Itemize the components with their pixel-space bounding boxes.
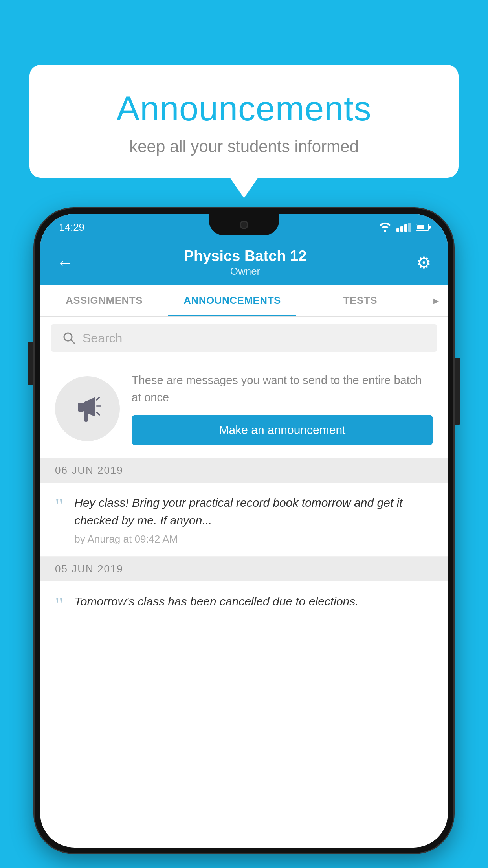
- search-placeholder: Search: [83, 331, 122, 346]
- tab-announcements[interactable]: ANNOUNCEMENTS: [168, 285, 296, 316]
- tabs-container: ASSIGNMENTS ANNOUNCEMENTS TESTS ▸: [40, 285, 448, 317]
- gear-icon[interactable]: ⚙: [416, 253, 431, 272]
- phone-wrapper: 14:29: [35, 208, 453, 868]
- megaphone-icon: [70, 391, 105, 427]
- tab-tests[interactable]: TESTS: [296, 285, 424, 316]
- svg-line-5: [97, 412, 99, 415]
- status-icons: [378, 222, 429, 232]
- camera-dot: [240, 221, 248, 229]
- announcement-item-1[interactable]: " Hey class! Bring your practical record…: [40, 483, 448, 557]
- date-separator-2: 05 JUN 2019: [40, 557, 448, 581]
- header-title: Physics Batch 12: [74, 248, 416, 265]
- search-bar[interactable]: Search: [51, 324, 437, 352]
- promo-card: These are messages you want to send to t…: [40, 359, 448, 458]
- tab-more[interactable]: ▸: [424, 285, 448, 316]
- wifi-icon: [378, 222, 392, 232]
- signal-bars-icon: [396, 223, 411, 232]
- promo-description: These are messages you want to send to t…: [132, 372, 433, 406]
- phone-outer: 14:29: [35, 208, 453, 853]
- speech-bubble: Announcements keep all your students inf…: [29, 65, 459, 178]
- back-button[interactable]: ←: [57, 253, 74, 272]
- status-bar: 14:29: [40, 214, 448, 241]
- speech-bubble-section: Announcements keep all your students inf…: [29, 65, 459, 178]
- svg-line-3: [97, 397, 99, 400]
- promo-right: These are messages you want to send to t…: [132, 372, 433, 445]
- notch: [209, 214, 279, 235]
- battery-fill: [417, 225, 424, 229]
- bubble-title: Announcements: [61, 88, 427, 129]
- announcement-content-2: Tomorrow's class has been cancelled due …: [74, 592, 433, 610]
- app-header: ← Physics Batch 12 Owner ⚙: [40, 241, 448, 285]
- announcement-meta-1: by Anurag at 09:42 AM: [74, 533, 433, 545]
- make-announcement-button[interactable]: Make an announcement: [132, 415, 433, 445]
- header-subtitle: Owner: [74, 265, 416, 278]
- search-icon: [62, 331, 76, 345]
- svg-line-1: [71, 340, 75, 344]
- date-label-1: 06 JUN 2019: [55, 464, 123, 476]
- search-container: Search: [40, 317, 448, 359]
- quote-icon-2: ": [55, 595, 63, 615]
- battery-icon: [416, 224, 429, 231]
- announcement-content-1: Hey class! Bring your practical record b…: [74, 494, 433, 545]
- announcement-text-1: Hey class! Bring your practical record b…: [74, 494, 433, 529]
- quote-icon-1: ": [55, 496, 63, 517]
- announcement-item-2[interactable]: " Tomorrow's class has been cancelled du…: [40, 581, 448, 626]
- header-center: Physics Batch 12 Owner: [74, 248, 416, 278]
- bubble-subtitle: keep all your students informed: [61, 137, 427, 156]
- date-separator-1: 06 JUN 2019: [40, 458, 448, 483]
- announcement-text-2: Tomorrow's class has been cancelled due …: [74, 592, 433, 610]
- status-time: 14:29: [59, 221, 84, 234]
- date-label-2: 05 JUN 2019: [55, 563, 123, 575]
- tab-assignments[interactable]: ASSIGNMENTS: [40, 285, 168, 316]
- phone-inner: 14:29: [40, 214, 448, 848]
- megaphone-circle: [55, 376, 120, 441]
- svg-rect-2: [78, 403, 84, 412]
